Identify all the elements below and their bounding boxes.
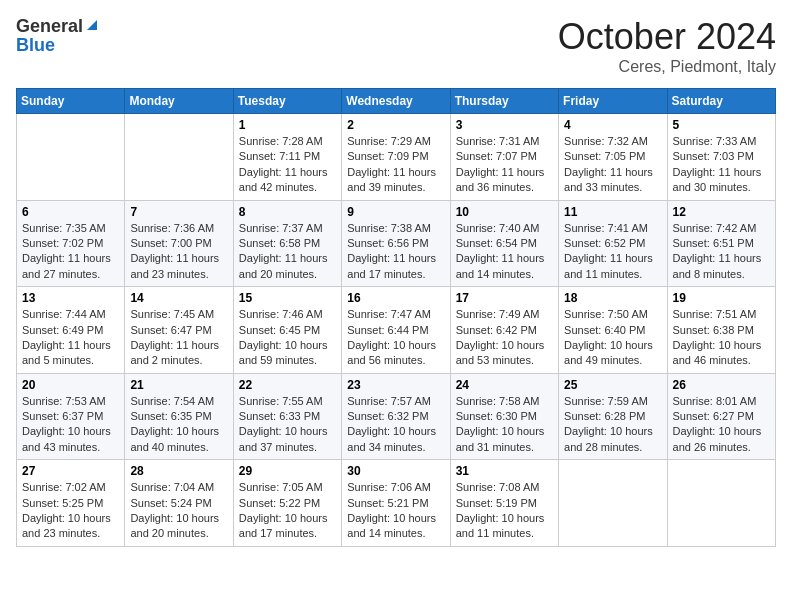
day-info: Sunrise: 7:53 AMSunset: 6:37 PMDaylight:… [22, 395, 111, 453]
day-info: Sunrise: 7:55 AMSunset: 6:33 PMDaylight:… [239, 395, 328, 453]
logo-arrow-icon [85, 18, 99, 36]
calendar-table: SundayMondayTuesdayWednesdayThursdayFrid… [16, 88, 776, 547]
day-info: Sunrise: 7:57 AMSunset: 6:32 PMDaylight:… [347, 395, 436, 453]
calendar-cell [667, 460, 775, 547]
calendar-cell: 9Sunrise: 7:38 AMSunset: 6:56 PMDaylight… [342, 200, 450, 287]
day-number: 28 [130, 464, 227, 478]
day-number: 21 [130, 378, 227, 392]
day-number: 19 [673, 291, 770, 305]
calendar-cell: 19Sunrise: 7:51 AMSunset: 6:38 PMDayligh… [667, 287, 775, 374]
calendar-cell: 7Sunrise: 7:36 AMSunset: 7:00 PMDaylight… [125, 200, 233, 287]
day-number: 13 [22, 291, 119, 305]
calendar-cell: 25Sunrise: 7:59 AMSunset: 6:28 PMDayligh… [559, 373, 667, 460]
day-info: Sunrise: 7:59 AMSunset: 6:28 PMDaylight:… [564, 395, 653, 453]
page-header: General Blue October 2024 Ceres, Piedmon… [16, 16, 776, 76]
day-info: Sunrise: 7:02 AMSunset: 5:25 PMDaylight:… [22, 481, 111, 539]
day-number: 7 [130, 205, 227, 219]
calendar-cell: 18Sunrise: 7:50 AMSunset: 6:40 PMDayligh… [559, 287, 667, 374]
day-number: 24 [456, 378, 553, 392]
day-info: Sunrise: 7:51 AMSunset: 6:38 PMDaylight:… [673, 308, 762, 366]
calendar-cell: 2Sunrise: 7:29 AMSunset: 7:09 PMDaylight… [342, 114, 450, 201]
calendar-cell: 6Sunrise: 7:35 AMSunset: 7:02 PMDaylight… [17, 200, 125, 287]
calendar-week-row: 13Sunrise: 7:44 AMSunset: 6:49 PMDayligh… [17, 287, 776, 374]
location-title: Ceres, Piedmont, Italy [558, 58, 776, 76]
calendar-cell: 13Sunrise: 7:44 AMSunset: 6:49 PMDayligh… [17, 287, 125, 374]
calendar-cell: 24Sunrise: 7:58 AMSunset: 6:30 PMDayligh… [450, 373, 558, 460]
day-info: Sunrise: 7:37 AMSunset: 6:58 PMDaylight:… [239, 222, 328, 280]
calendar-cell: 14Sunrise: 7:45 AMSunset: 6:47 PMDayligh… [125, 287, 233, 374]
calendar-cell: 12Sunrise: 7:42 AMSunset: 6:51 PMDayligh… [667, 200, 775, 287]
day-info: Sunrise: 7:58 AMSunset: 6:30 PMDaylight:… [456, 395, 545, 453]
calendar-cell: 23Sunrise: 7:57 AMSunset: 6:32 PMDayligh… [342, 373, 450, 460]
day-number: 12 [673, 205, 770, 219]
day-number: 20 [22, 378, 119, 392]
day-number: 26 [673, 378, 770, 392]
calendar-body: 1Sunrise: 7:28 AMSunset: 7:11 PMDaylight… [17, 114, 776, 547]
day-info: Sunrise: 7:42 AMSunset: 6:51 PMDaylight:… [673, 222, 762, 280]
day-number: 31 [456, 464, 553, 478]
calendar-header-day: Wednesday [342, 89, 450, 114]
calendar-cell [17, 114, 125, 201]
calendar-header-day: Tuesday [233, 89, 341, 114]
day-number: 10 [456, 205, 553, 219]
day-info: Sunrise: 7:44 AMSunset: 6:49 PMDaylight:… [22, 308, 111, 366]
day-number: 6 [22, 205, 119, 219]
day-number: 14 [130, 291, 227, 305]
calendar-cell: 17Sunrise: 7:49 AMSunset: 6:42 PMDayligh… [450, 287, 558, 374]
day-number: 18 [564, 291, 661, 305]
day-number: 23 [347, 378, 444, 392]
calendar-cell [559, 460, 667, 547]
calendar-cell: 16Sunrise: 7:47 AMSunset: 6:44 PMDayligh… [342, 287, 450, 374]
month-title: October 2024 [558, 16, 776, 58]
calendar-header-row: SundayMondayTuesdayWednesdayThursdayFrid… [17, 89, 776, 114]
day-info: Sunrise: 7:41 AMSunset: 6:52 PMDaylight:… [564, 222, 653, 280]
logo: General Blue [16, 16, 99, 56]
calendar-cell: 15Sunrise: 7:46 AMSunset: 6:45 PMDayligh… [233, 287, 341, 374]
day-number: 30 [347, 464, 444, 478]
calendar-cell: 8Sunrise: 7:37 AMSunset: 6:58 PMDaylight… [233, 200, 341, 287]
day-info: Sunrise: 7:50 AMSunset: 6:40 PMDaylight:… [564, 308, 653, 366]
day-info: Sunrise: 7:35 AMSunset: 7:02 PMDaylight:… [22, 222, 111, 280]
day-number: 2 [347, 118, 444, 132]
calendar-week-row: 6Sunrise: 7:35 AMSunset: 7:02 PMDaylight… [17, 200, 776, 287]
day-number: 16 [347, 291, 444, 305]
day-number: 1 [239, 118, 336, 132]
calendar-cell: 30Sunrise: 7:06 AMSunset: 5:21 PMDayligh… [342, 460, 450, 547]
calendar-cell: 26Sunrise: 8:01 AMSunset: 6:27 PMDayligh… [667, 373, 775, 460]
calendar-cell: 31Sunrise: 7:08 AMSunset: 5:19 PMDayligh… [450, 460, 558, 547]
calendar-cell [125, 114, 233, 201]
day-info: Sunrise: 7:06 AMSunset: 5:21 PMDaylight:… [347, 481, 436, 539]
day-info: Sunrise: 7:46 AMSunset: 6:45 PMDaylight:… [239, 308, 328, 366]
day-info: Sunrise: 7:08 AMSunset: 5:19 PMDaylight:… [456, 481, 545, 539]
day-number: 27 [22, 464, 119, 478]
calendar-cell: 3Sunrise: 7:31 AMSunset: 7:07 PMDaylight… [450, 114, 558, 201]
calendar-week-row: 1Sunrise: 7:28 AMSunset: 7:11 PMDaylight… [17, 114, 776, 201]
day-info: Sunrise: 7:04 AMSunset: 5:24 PMDaylight:… [130, 481, 219, 539]
calendar-cell: 28Sunrise: 7:04 AMSunset: 5:24 PMDayligh… [125, 460, 233, 547]
day-number: 17 [456, 291, 553, 305]
day-info: Sunrise: 7:28 AMSunset: 7:11 PMDaylight:… [239, 135, 328, 193]
day-info: Sunrise: 7:05 AMSunset: 5:22 PMDaylight:… [239, 481, 328, 539]
calendar-cell: 4Sunrise: 7:32 AMSunset: 7:05 PMDaylight… [559, 114, 667, 201]
day-info: Sunrise: 8:01 AMSunset: 6:27 PMDaylight:… [673, 395, 762, 453]
day-info: Sunrise: 7:31 AMSunset: 7:07 PMDaylight:… [456, 135, 545, 193]
title-section: October 2024 Ceres, Piedmont, Italy [558, 16, 776, 76]
day-info: Sunrise: 7:47 AMSunset: 6:44 PMDaylight:… [347, 308, 436, 366]
calendar-cell: 11Sunrise: 7:41 AMSunset: 6:52 PMDayligh… [559, 200, 667, 287]
calendar-week-row: 20Sunrise: 7:53 AMSunset: 6:37 PMDayligh… [17, 373, 776, 460]
logo-blue-text: Blue [16, 35, 55, 56]
day-info: Sunrise: 7:36 AMSunset: 7:00 PMDaylight:… [130, 222, 219, 280]
calendar-week-row: 27Sunrise: 7:02 AMSunset: 5:25 PMDayligh… [17, 460, 776, 547]
day-number: 22 [239, 378, 336, 392]
day-number: 8 [239, 205, 336, 219]
day-number: 29 [239, 464, 336, 478]
calendar-cell: 10Sunrise: 7:40 AMSunset: 6:54 PMDayligh… [450, 200, 558, 287]
day-info: Sunrise: 7:54 AMSunset: 6:35 PMDaylight:… [130, 395, 219, 453]
day-number: 9 [347, 205, 444, 219]
calendar-cell: 22Sunrise: 7:55 AMSunset: 6:33 PMDayligh… [233, 373, 341, 460]
day-number: 25 [564, 378, 661, 392]
day-info: Sunrise: 7:33 AMSunset: 7:03 PMDaylight:… [673, 135, 762, 193]
day-number: 3 [456, 118, 553, 132]
day-number: 5 [673, 118, 770, 132]
day-info: Sunrise: 7:29 AMSunset: 7:09 PMDaylight:… [347, 135, 436, 193]
